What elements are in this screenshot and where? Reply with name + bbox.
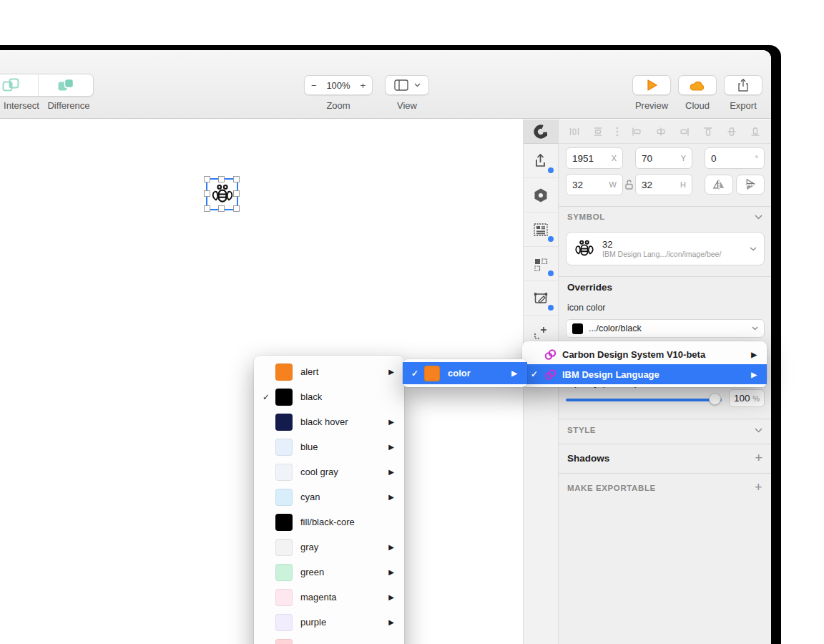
bee-icon — [210, 182, 235, 207]
rotation-field[interactable]: 0 ° — [705, 147, 765, 169]
zoom-in-button[interactable]: + — [360, 80, 366, 91]
align-middle-vertically-icon[interactable] — [726, 126, 737, 137]
checkmark-icon: ✓ — [263, 392, 275, 402]
height-value: 32 — [642, 180, 652, 190]
craft-logo[interactable] — [524, 119, 558, 144]
opacity-slider[interactable] — [566, 399, 722, 401]
divider — [559, 206, 771, 207]
menu-item-label: gray — [300, 542, 388, 552]
menu-item-label: Carbon Design System V10-beta — [562, 349, 751, 360]
selection-handle[interactable] — [233, 190, 240, 197]
align-center-horizontally-icon[interactable] — [655, 126, 667, 137]
color-menu-item-green[interactable]: green▶ — [254, 560, 404, 585]
symbol-selector[interactable]: 32 IBM Design Lang.../icon/image/bee/ — [566, 232, 765, 265]
color-menu-item-cyan[interactable]: cyan▶ — [254, 484, 404, 509]
flip-horizontal-button[interactable] — [705, 175, 733, 195]
submenu-arrow-icon: ▶ — [388, 618, 396, 626]
cloud-icon — [689, 79, 706, 92]
symbol-header-label: SYMBOL — [567, 213, 605, 221]
x-position-field[interactable]: 1951 X — [566, 147, 623, 169]
y-position-field[interactable]: 70 Y — [635, 147, 692, 169]
difference-button[interactable] — [38, 74, 93, 96]
symbol-path: IBM Design Lang.../icon/image/bee/ — [602, 250, 742, 258]
craft-content-tool[interactable] — [524, 213, 558, 247]
selection-handle[interactable] — [204, 176, 210, 182]
color-menu-item-magenta[interactable]: magenta▶ — [254, 585, 404, 610]
library-menu-item-0[interactable]: Carbon Design System V10-beta▶ — [522, 344, 767, 364]
icon-color-override-dropdown[interactable]: .../color/black — [566, 319, 765, 338]
align-top-icon[interactable] — [702, 126, 714, 137]
selection-handle[interactable] — [233, 176, 240, 182]
more-options-icon[interactable] — [616, 126, 619, 137]
difference-icon — [57, 77, 75, 93]
lock-ratio-icon[interactable] — [625, 180, 633, 190]
view-button[interactable] — [385, 75, 429, 95]
symbol-section-header[interactable]: SYMBOL — [567, 213, 762, 221]
color-swatch — [275, 589, 293, 606]
distribute-vertically-icon[interactable] — [592, 126, 604, 137]
submenu-arrow-icon: ▶ — [388, 468, 396, 476]
x-unit: X — [612, 154, 617, 162]
shadows-row: Shadows + — [567, 451, 762, 466]
divider — [559, 444, 771, 444]
color-menu-item-gray[interactable]: gray▶ — [254, 535, 404, 560]
craft-sync-tool[interactable] — [524, 144, 558, 178]
flip-vertical-button[interactable] — [736, 175, 765, 195]
selection-handle[interactable] — [218, 205, 225, 212]
selection-handle[interactable] — [233, 205, 240, 212]
submenu-arrow-icon: ▶ — [751, 371, 758, 379]
bee-symbol-thumbnail-icon — [574, 238, 595, 260]
cloud-caption: Cloud — [678, 100, 717, 111]
color-menu-item-blue[interactable]: blue▶ — [254, 434, 404, 459]
height-unit: H — [680, 180, 686, 189]
library-menu-item-1[interactable]: ✓IBM Design Language▶ — [522, 364, 767, 384]
cloud-button[interactable] — [678, 75, 717, 95]
color-menu-item-black[interactable]: ✓black — [254, 384, 404, 409]
symbol-collapse-chevron-icon[interactable] — [755, 215, 762, 220]
alignment-toolbar — [559, 119, 771, 144]
zoom-control[interactable]: − 100% + — [304, 75, 373, 95]
difference-caption: Difference — [40, 100, 97, 111]
color-swatch — [275, 364, 293, 381]
color-menu-item-cool gray[interactable]: cool gray▶ — [254, 459, 404, 484]
align-left-icon[interactable] — [631, 126, 642, 137]
height-field[interactable]: 32 H — [635, 174, 692, 195]
y-unit: Y — [681, 154, 686, 162]
selected-bee-symbol[interactable] — [206, 178, 238, 210]
add-export-button[interactable]: + — [755, 480, 762, 495]
color-menu-item-alert[interactable]: alert▶ — [254, 359, 404, 384]
distribute-horizontally-icon[interactable] — [569, 126, 580, 137]
opacity-slider-knob[interactable] — [709, 393, 721, 405]
category-menu-item-color[interactable]: ✓color▶ — [403, 362, 527, 384]
intersect-button[interactable] — [0, 74, 38, 96]
craft-stencil-tool[interactable] — [524, 281, 558, 316]
align-right-icon[interactable] — [679, 126, 690, 137]
add-shadow-button[interactable]: + — [755, 451, 762, 466]
selection-handle[interactable] — [204, 205, 210, 212]
symbol-name: 32 — [602, 239, 742, 250]
craft-duplicate-tool[interactable] — [524, 247, 558, 281]
rotation-unit: ° — [755, 154, 758, 162]
style-collapse-chevron-icon[interactable] — [755, 428, 762, 433]
override-value: .../color/black — [589, 323, 746, 333]
color-menu-item-black hover[interactable]: black hover▶ — [254, 409, 404, 434]
style-section-header[interactable]: STYLE — [567, 426, 762, 434]
craft-settings-tool[interactable] — [524, 178, 558, 213]
align-bottom-icon[interactable] — [750, 126, 761, 137]
width-field[interactable]: 32 W — [566, 174, 623, 195]
submenu-arrow-icon: ▶ — [388, 418, 396, 426]
submenu-arrow-icon: ▶ — [388, 543, 396, 551]
color-menu-item-partial[interactable] — [254, 635, 404, 644]
selection-handle[interactable] — [218, 176, 225, 182]
view-layout-icon — [394, 79, 408, 91]
zoom-out-button[interactable]: − — [311, 80, 317, 91]
preview-button[interactable] — [632, 75, 671, 95]
selection-handle[interactable] — [204, 190, 210, 197]
menu-item-label: color — [448, 368, 511, 379]
submenu-arrow-icon: ▶ — [388, 593, 396, 601]
opacity-value-field[interactable]: 100 % — [729, 389, 765, 407]
export-button[interactable] — [724, 75, 762, 95]
menu-item-label: green — [300, 567, 388, 577]
color-menu-item-purple[interactable]: purple▶ — [254, 610, 404, 635]
color-menu-item-fill/black-core[interactable]: fill/black-core — [254, 509, 404, 535]
